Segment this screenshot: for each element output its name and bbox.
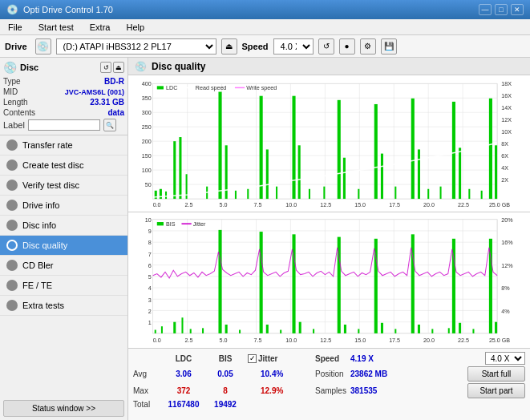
svg-rect-50	[468, 189, 470, 199]
svg-rect-45	[418, 149, 420, 199]
jitter-checkbox[interactable]: ✓	[248, 354, 257, 363]
svg-rect-52	[489, 99, 492, 199]
disc-section-title: Disc	[20, 63, 38, 72]
eject-button[interactable]: ⏏	[221, 38, 237, 55]
menu-help[interactable]: Help	[121, 22, 149, 33]
svg-text:Jitter: Jitter	[193, 220, 206, 228]
svg-rect-32	[266, 149, 269, 199]
save-button[interactable]: 💾	[381, 38, 397, 55]
svg-rect-44	[411, 99, 415, 199]
svg-rect-124	[313, 329, 314, 333]
svg-rect-137	[472, 329, 474, 333]
sidebar-item-create-test-disc[interactable]: Create test disc	[0, 155, 127, 176]
disc-label-input[interactable]	[28, 119, 100, 131]
close-button[interactable]: ✕	[511, 4, 524, 15]
svg-text:4: 4	[148, 285, 152, 292]
svg-rect-37	[323, 187, 325, 199]
menu-start-test[interactable]: Start test	[34, 22, 79, 33]
start-part-button[interactable]: Start part	[467, 383, 525, 398]
svg-text:5.0: 5.0	[219, 336, 227, 343]
disc-eject-btn[interactable]: ⏏	[113, 62, 124, 73]
svg-text:8: 8	[148, 239, 152, 246]
jitter-speed-select[interactable]: 4.0 X	[485, 352, 525, 365]
status-window-button[interactable]: Status window >>	[3, 400, 124, 417]
main-content: 💿 Disc quality	[128, 58, 530, 420]
svg-text:16%: 16%	[501, 239, 513, 246]
svg-text:50: 50	[145, 182, 152, 188]
svg-text:7: 7	[148, 250, 152, 257]
svg-text:20.0: 20.0	[423, 336, 435, 343]
sidebar-item-cd-bler[interactable]: CD Bler	[0, 256, 127, 276]
nav-icon-disc-quality	[6, 240, 18, 251]
sidebar-item-transfer-rate[interactable]: Transfer rate	[0, 135, 127, 155]
ldc-avg: 3.06	[164, 370, 203, 378]
main-layout: 💿 Disc ↺ ⏏ Type BD-R MID JVC-AMS6L (001)…	[0, 58, 530, 420]
chart1-container: LDC Read speed Write speed 400 350 300 2…	[128, 75, 530, 212]
refresh-button[interactable]: ↺	[318, 38, 334, 55]
sidebar-item-disc-quality[interactable]: Disc quality	[0, 236, 127, 256]
svg-rect-114	[190, 329, 192, 333]
nav-icon-create-test-disc	[6, 160, 18, 171]
disc-header: 💿 Disc ↺ ⏏	[3, 61, 124, 74]
svg-text:LDC: LDC	[166, 85, 177, 91]
disc-icon: 💿	[3, 61, 17, 74]
disc-refresh-btn[interactable]: ↺	[100, 62, 111, 73]
svg-rect-35	[298, 145, 301, 199]
svg-text:12%: 12%	[501, 261, 513, 269]
bis-total: 19492	[206, 400, 245, 409]
speed-select[interactable]: 4.0 X	[273, 38, 314, 55]
disc-button[interactable]: ●	[339, 38, 355, 55]
svg-rect-122	[292, 234, 295, 333]
svg-text:6: 6	[148, 261, 152, 269]
drive-bar: Drive 💿 (D:) ATAPI iHBS312 2 PL17 ⏏ Spee…	[0, 35, 530, 58]
svg-text:10X: 10X	[501, 129, 512, 135]
menu-extra[interactable]: Extra	[85, 22, 115, 33]
svg-rect-139	[495, 321, 497, 333]
svg-rect-113	[181, 317, 183, 333]
sidebar-item-extra-tests[interactable]: Extra tests	[0, 296, 127, 316]
svg-rect-117	[225, 324, 228, 333]
menu-file[interactable]: File	[3, 22, 27, 33]
drive-select[interactable]: (D:) ATAPI iHBS312 2 PL17	[56, 38, 216, 55]
minimize-button[interactable]: —	[479, 4, 492, 15]
bis-avg: 0.05	[206, 370, 245, 378]
sidebar-item-verify-test-disc[interactable]: Verify test disc	[0, 176, 127, 196]
sidebar-item-drive-info[interactable]: Drive info	[0, 196, 127, 216]
svg-rect-112	[173, 321, 176, 333]
svg-rect-30	[247, 189, 249, 199]
ldc-total: 1167480	[164, 400, 203, 409]
maximize-button[interactable]: □	[495, 4, 508, 15]
jitter-avg: 10.4%	[248, 370, 312, 378]
disc-type-row: Type BD-R	[3, 77, 124, 86]
svg-text:22.5: 22.5	[458, 202, 469, 208]
svg-text:7.5: 7.5	[253, 336, 261, 343]
nav-icon-fe-te	[6, 280, 18, 291]
start-full-button[interactable]: Start full	[467, 366, 525, 382]
settings-button[interactable]: ⚙	[360, 38, 376, 55]
disc-contents-row: Contents data	[3, 108, 124, 117]
svg-rect-121	[280, 329, 281, 333]
disc-label-row: Label 🔍	[3, 119, 124, 131]
svg-text:12.5: 12.5	[320, 202, 331, 208]
jitter-max: 12.9%	[248, 386, 312, 395]
disc-label-btn[interactable]: 🔍	[103, 119, 116, 131]
svg-text:20.0: 20.0	[423, 202, 435, 208]
svg-rect-48	[452, 102, 455, 199]
bis-max: 8	[206, 386, 245, 395]
svg-rect-33	[276, 187, 277, 199]
chart2-svg: BIS Jitter 10 9 8 7 6 5 4 3 2 1	[128, 212, 530, 349]
drive-icon: 💿	[35, 38, 51, 55]
svg-text:17.5: 17.5	[389, 336, 400, 343]
svg-rect-133	[431, 329, 433, 333]
drive-label: Drive	[5, 42, 27, 51]
sidebar-item-fe-te[interactable]: FE / TE	[0, 276, 127, 296]
svg-rect-118	[239, 329, 241, 333]
sidebar-item-disc-info[interactable]: Disc info	[0, 216, 127, 236]
svg-rect-116	[218, 229, 221, 333]
svg-text:15.0: 15.0	[354, 202, 366, 208]
ldc-max: 372	[164, 386, 203, 395]
svg-text:25.0 GB: 25.0 GB	[489, 336, 510, 343]
nav-icon-drive-info	[6, 200, 18, 211]
title-bar-title: Opti Drive Control 1.70	[23, 5, 113, 14]
disc-quality-icon: 💿	[135, 61, 147, 72]
